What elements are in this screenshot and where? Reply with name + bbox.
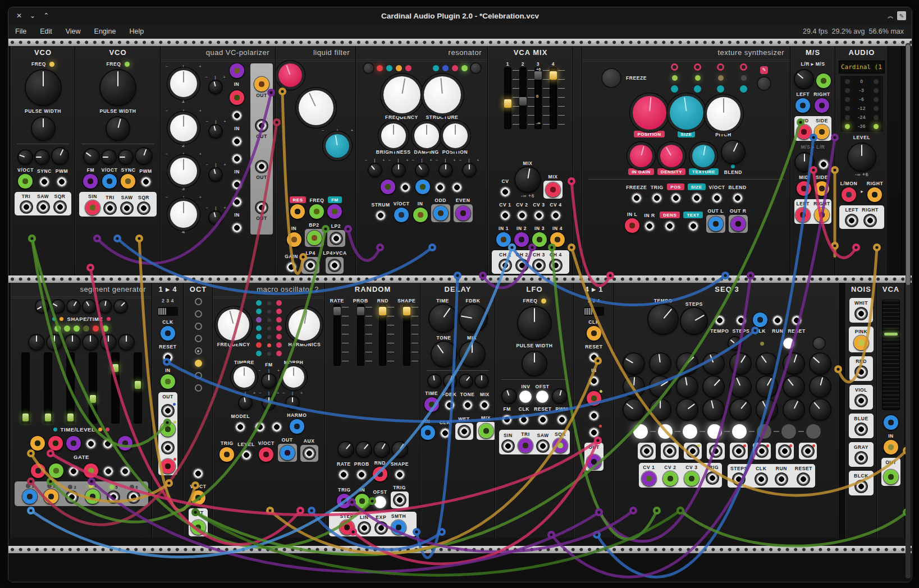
patched-jack[interactable] <box>220 447 234 462</box>
jack[interactable] <box>120 201 134 215</box>
patched-jack[interactable] <box>479 424 493 438</box>
jack[interactable] <box>84 437 98 451</box>
patched-jack[interactable] <box>22 489 37 504</box>
jack[interactable] <box>854 480 868 493</box>
patched-jack[interactable] <box>884 415 898 430</box>
step-button[interactable] <box>633 424 648 439</box>
jack[interactable] <box>127 490 140 504</box>
jack[interactable] <box>713 314 726 327</box>
knob[interactable] <box>523 352 546 375</box>
patched-jack[interactable] <box>287 232 301 247</box>
knob[interactable] <box>299 90 333 125</box>
jack[interactable] <box>255 201 268 214</box>
step-button[interactable] <box>707 424 722 439</box>
quality-icon[interactable] <box>740 63 747 71</box>
slider-handle[interactable] <box>67 414 74 421</box>
knob[interactable] <box>810 353 830 374</box>
knob[interactable] <box>29 335 44 350</box>
knob[interactable] <box>729 337 741 350</box>
vertical-scrollbar[interactable] <box>906 43 911 578</box>
jack[interactable] <box>854 451 868 465</box>
jack[interactable] <box>355 468 368 481</box>
segment-slider[interactable] <box>22 353 29 423</box>
jack[interactable] <box>797 472 810 486</box>
step-button[interactable] <box>658 424 673 439</box>
segment-slider[interactable] <box>67 353 74 423</box>
jack[interactable] <box>854 307 868 320</box>
knob[interactable] <box>369 164 381 176</box>
knob[interactable] <box>209 212 222 224</box>
white-button[interactable] <box>519 391 532 403</box>
jack[interactable] <box>20 200 33 214</box>
jack[interactable] <box>663 219 676 233</box>
patched-jack[interactable] <box>161 422 175 437</box>
jack[interactable] <box>755 472 768 486</box>
knob[interactable] <box>83 335 98 350</box>
jack[interactable] <box>732 472 746 486</box>
jack[interactable] <box>255 160 268 173</box>
fader-handle[interactable] <box>550 71 557 80</box>
edit-icon[interactable]: ✎ <box>760 66 768 74</box>
jack[interactable] <box>499 185 512 199</box>
octave-option[interactable] <box>195 310 202 318</box>
knob[interactable] <box>84 149 99 164</box>
knob[interactable] <box>239 397 252 409</box>
fader[interactable] <box>334 305 340 365</box>
jack[interactable] <box>443 398 456 412</box>
jack[interactable] <box>374 521 388 535</box>
fader[interactable] <box>404 305 410 365</box>
knob[interactable] <box>115 300 127 313</box>
knob[interactable] <box>463 164 475 176</box>
jack[interactable] <box>399 181 412 194</box>
patched-jack[interactable] <box>161 459 175 474</box>
run-button[interactable] <box>783 338 794 349</box>
knob[interactable] <box>677 353 697 374</box>
jack[interactable] <box>38 175 51 189</box>
patched-jack[interactable] <box>815 181 829 196</box>
quality-icon[interactable] <box>694 63 701 71</box>
knob[interactable] <box>392 442 407 457</box>
jack[interactable] <box>536 439 550 453</box>
jack[interactable] <box>330 232 343 245</box>
octave-option[interactable] <box>195 298 202 305</box>
patched-jack[interactable] <box>30 436 45 451</box>
patched-jack[interactable] <box>797 181 811 196</box>
jack[interactable] <box>640 444 653 458</box>
patched-jack[interactable] <box>49 463 63 478</box>
knob[interactable] <box>795 153 813 171</box>
knob[interactable] <box>624 353 644 374</box>
patched-jack[interactable] <box>625 218 639 233</box>
patched-jack[interactable] <box>546 182 560 197</box>
patched-jack[interactable] <box>191 490 205 505</box>
patched-jack[interactable] <box>815 98 829 113</box>
knob[interactable] <box>107 117 129 140</box>
slider-handle[interactable] <box>90 395 96 403</box>
knob[interactable] <box>515 167 540 192</box>
jack[interactable] <box>515 259 529 272</box>
jack[interactable] <box>285 260 298 274</box>
patched-jack[interactable] <box>587 326 601 341</box>
jack[interactable] <box>433 181 447 194</box>
knob[interactable] <box>681 308 707 334</box>
jack[interactable] <box>230 178 244 191</box>
knob[interactable] <box>99 300 111 313</box>
patched-jack[interactable] <box>842 187 856 202</box>
knob[interactable] <box>757 353 777 374</box>
white-button[interactable] <box>374 496 386 508</box>
patched-jack[interactable] <box>550 232 565 247</box>
knob[interactable] <box>624 399 644 420</box>
slider-handle[interactable] <box>45 414 51 421</box>
fader-handle[interactable] <box>357 307 364 315</box>
octave-option[interactable] <box>195 384 202 392</box>
knob[interactable] <box>289 309 320 341</box>
knob[interactable] <box>784 376 804 397</box>
menu-item-engine[interactable]: Engine <box>88 27 123 35</box>
jack[interactable] <box>304 259 317 272</box>
jack[interactable] <box>687 219 700 233</box>
jack[interactable] <box>230 221 244 235</box>
knob[interactable] <box>460 305 487 332</box>
jack[interactable] <box>771 314 784 327</box>
jack[interactable] <box>393 493 406 507</box>
knob[interactable] <box>730 376 751 397</box>
fader[interactable] <box>505 68 511 128</box>
